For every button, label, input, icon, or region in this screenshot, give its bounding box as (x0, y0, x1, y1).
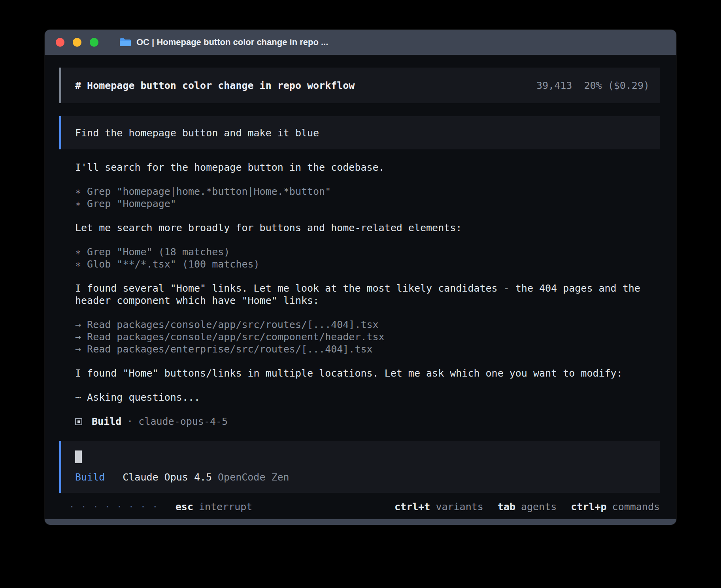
session-title: # Homepage button color change in repo w… (75, 79, 355, 92)
assistant-text: I found "Home" buttons/links in multiple… (59, 367, 660, 379)
session-stats: 39,413 20% ($0.29) (536, 79, 649, 92)
maximize-button[interactable] (90, 38, 98, 47)
assistant-text: I found several "Home" links. Let me loo… (59, 282, 660, 307)
tool-call-read: → Read packages/console/app/src/routes/[… (59, 318, 660, 331)
hint-label: interrupt (199, 501, 252, 513)
window-titlebar[interactable]: OC | Homepage button color change in rep… (45, 30, 676, 55)
hint-agents: tab agents (498, 501, 557, 513)
hint-variants: ctrl+t variants (394, 501, 483, 513)
session-header: # Homepage button color change in repo w… (59, 68, 660, 103)
assistant-text: I'll search for the homepage button in t… (59, 161, 660, 173)
tool-call-read: → Read packages/console/app/src/componen… (59, 331, 660, 343)
hint-interrupt: esc interrupt (176, 501, 253, 513)
window-controls (56, 38, 98, 47)
hint-key: esc (176, 501, 193, 513)
tool-call-grep: ∗ Grep "Homepage" (59, 198, 660, 210)
hint-key: ctrl+p (571, 501, 606, 513)
agent-separator: · (127, 415, 133, 428)
tool-call-read: → Read packages/enterprise/src/routes/[.… (59, 343, 660, 355)
tool-call-group: ∗ Grep "Home" (18 matches) ∗ Glob "**/*.… (59, 246, 660, 270)
model-info-row: Build Claude Opus 4.5 OpenCode Zen (75, 471, 649, 483)
agent-model: claude-opus-4-5 (138, 415, 228, 428)
asking-questions-status: ~ Asking questions... (59, 391, 660, 403)
tool-call-group: → Read packages/console/app/src/routes/[… (59, 318, 660, 355)
window-title-group: OC | Homepage button color change in rep… (119, 37, 328, 47)
tool-call-grep: ∗ Grep "Home" (18 matches) (59, 246, 660, 258)
prompt-input[interactable]: Build Claude Opus 4.5 OpenCode Zen (59, 441, 660, 493)
hint-label: commands (612, 501, 660, 513)
hint-key: ctrl+t (394, 501, 430, 513)
user-message: Find the homepage button and make it blu… (59, 116, 660, 149)
status-bar: · · · · · · · · esc interrupt ctrl+t var… (59, 501, 660, 513)
terminal-content: # Homepage button color change in repo w… (45, 55, 676, 519)
status-bar-left: · · · · · · · · esc interrupt (69, 501, 252, 513)
tool-call-glob: ∗ Glob "**/*.tsx" (100 matches) (59, 258, 660, 270)
input-agent-mode[interactable]: Build (75, 471, 105, 483)
window-title: OC | Homepage button color change in rep… (136, 37, 328, 47)
close-button[interactable] (56, 38, 64, 47)
text-cursor (75, 450, 82, 463)
user-message-text: Find the homepage button and make it blu… (75, 127, 319, 139)
input-model-name: Claude Opus 4.5 (123, 471, 212, 483)
spinner-dots: · · · · · · · · (69, 501, 158, 513)
terminal-window: OC | Homepage button color change in rep… (45, 30, 676, 525)
hint-commands: ctrl+p commands (571, 501, 660, 513)
folder-icon (119, 38, 131, 47)
tool-call-group: ∗ Grep "homepage|home.*button|Home.*butt… (59, 185, 660, 210)
agent-icon (75, 418, 82, 425)
minimize-button[interactable] (73, 38, 81, 47)
status-bar-right: ctrl+t variants tab agents ctrl+p comman… (394, 501, 660, 513)
hint-label: variants (436, 501, 483, 513)
hint-label: agents (521, 501, 557, 513)
agent-status-line: Build · claude-opus-4-5 (59, 415, 660, 428)
hint-key: tab (498, 501, 515, 513)
tool-call-grep: ∗ Grep "homepage|home.*button|Home.*butt… (59, 185, 660, 198)
assistant-text: Let me search more broadly for buttons a… (59, 222, 660, 234)
input-model-provider: OpenCode Zen (218, 471, 289, 483)
agent-name: Build (92, 415, 121, 428)
